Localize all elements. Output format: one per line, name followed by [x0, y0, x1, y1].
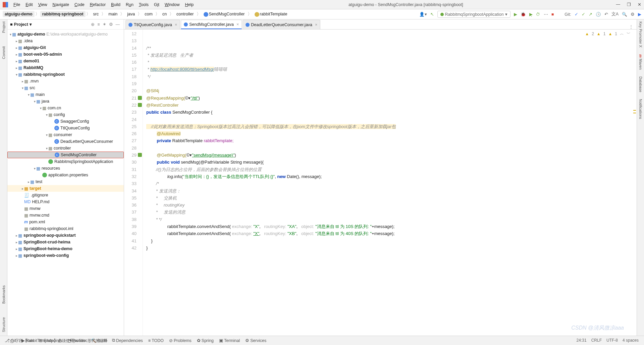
tree-item[interactable]: ▸▦.mvn [7, 78, 124, 84]
tab-sendmsg[interactable]: SendMsgController.java× [181, 20, 242, 29]
tab-project[interactable]: Project [2, 21, 6, 33]
tree-item[interactable]: mpom.xml [7, 219, 124, 225]
code-area[interactable]: 12131415161718 192021 22 232425262728 29… [124, 30, 637, 336]
more-button[interactable]: ▶ [638, 12, 641, 17]
back-icon[interactable]: ↖ [430, 12, 434, 17]
git-commit-button[interactable]: ✓ [582, 12, 585, 17]
git-history-button[interactable]: 🕓 [596, 12, 601, 17]
menu-tools[interactable]: Tools [137, 2, 151, 8]
menu-file[interactable]: File [11, 2, 22, 8]
tree-item[interactable]: application.properties [7, 172, 124, 178]
tab-keypromoter[interactable]: Key Promoter X [639, 21, 643, 48]
menu-window[interactable]: Window [163, 2, 181, 8]
status-position[interactable]: 24:31 [577, 338, 587, 343]
tree-item[interactable]: ▦mvnw [7, 205, 124, 212]
chevron-up-icon[interactable]: ︿ [620, 31, 624, 37]
translate-button[interactable]: 文A [611, 11, 619, 17]
status-eol[interactable]: CRLF [591, 338, 602, 343]
tool-spring[interactable]: ✿ Spring [195, 337, 216, 344]
error-stripe[interactable] [633, 30, 637, 336]
crumb-class[interactable]: SendMsgController [202, 11, 247, 17]
user-icon[interactable]: 👤▾ [419, 12, 427, 17]
gutter-run-icon[interactable] [138, 153, 142, 157]
tree-item[interactable]: ▦rabbitmq-springboot.iml [7, 225, 124, 232]
tree-item[interactable]: RabbitmqSpringbootApplication [7, 158, 124, 165]
inspections-widget[interactable]: ▲2 ▲1 ▲1 ︿ ﹀ [585, 31, 631, 37]
show-options-icon[interactable]: ⚙ [109, 22, 113, 27]
tab-ttlqueue[interactable]: TtlQueueConfig.java× [125, 20, 180, 29]
tree-item[interactable]: ▾▦main [7, 91, 124, 98]
maximize-button[interactable]: ❐ [627, 2, 631, 7]
tree-item[interactable]: ▸▦springboot-aop-quickstart [7, 232, 124, 239]
profile-button[interactable]: ⏱ [536, 12, 540, 17]
tree-item[interactable]: CSwaggerConfig [7, 118, 124, 125]
select-opened-icon[interactable]: ⊕ [91, 22, 95, 27]
crumb[interactable]: java [125, 11, 137, 17]
tree-item[interactable]: ▸▦test [7, 178, 124, 185]
tree-item-selected[interactable]: CSendMsgController [7, 152, 124, 158]
crumb-module[interactable]: rabbitmq-springboot [40, 11, 86, 17]
run-button[interactable]: ▶ [514, 12, 517, 17]
tree-item[interactable]: ▾▦resources [7, 165, 124, 172]
tool-terminal[interactable]: ▣ Terminal [217, 337, 242, 344]
menu-edit[interactable]: Edit [23, 2, 35, 8]
minimize-button[interactable]: — [616, 2, 621, 7]
tree-item[interactable]: 🧾.gitignore [7, 192, 124, 198]
tool-services[interactable]: ⚙ Services [243, 337, 268, 344]
tree-item[interactable]: CTtlQueueConfig [7, 125, 124, 131]
tab-commit[interactable]: Commit [2, 46, 6, 59]
tree-item[interactable]: ▾▦rabbitmq-springboot [7, 71, 124, 78]
gutter[interactable]: 12131415161718 192021 22 232425262728 29… [124, 30, 143, 336]
git-update-button[interactable]: ✓ [575, 12, 578, 17]
stop-button[interactable]: ■ [551, 12, 554, 17]
crumb[interactable]: controller [174, 11, 196, 17]
settings-button[interactable]: ⚙ [631, 12, 635, 17]
crumb-project[interactable]: atguigu-demo [3, 11, 35, 17]
code-text[interactable]: /** * 发送延迟消息 生产者 * * http://localhost:80… [143, 30, 637, 336]
crumb[interactable]: cn [160, 11, 169, 17]
close-icon[interactable]: × [315, 22, 317, 27]
menu-view[interactable]: View [36, 2, 49, 8]
tree-item[interactable]: ▸▦demo01 [7, 58, 124, 64]
tree-root[interactable]: ▾▦atguigu-demo E:\idea-workspace\atguigu… [7, 31, 124, 38]
tree-item[interactable]: ▸▦RabbitMQ [7, 64, 124, 71]
menu-refactor[interactable]: Refactor [88, 2, 108, 8]
tree-item[interactable]: ▸▦SpringBoot-heima-demo [7, 245, 124, 252]
tab-structure[interactable]: Structure [2, 317, 6, 332]
tree-item[interactable]: ▾▦controller [7, 145, 124, 152]
tree-item[interactable]: CDeadLetterQueueConsumer [7, 138, 124, 145]
menu-navigate[interactable]: Navigate [51, 2, 71, 8]
coverage-button[interactable]: ▶̣ [529, 12, 533, 17]
tree-item[interactable]: ▸▦target [7, 185, 124, 192]
tree-item[interactable]: ▸▦SpringBoot-crud-heima [7, 239, 124, 245]
gutter-run-icon[interactable] [138, 103, 142, 107]
expand-icon[interactable]: ≡ [97, 22, 100, 27]
tree-item[interactable]: ▸▦springboot-web-config [7, 252, 124, 259]
tree-item[interactable]: ▾▦com.cn [7, 105, 124, 111]
menu-git[interactable]: Git [152, 2, 161, 8]
chevron-down-icon[interactable]: ﹀ [627, 31, 631, 37]
attach-button[interactable]: ⋯ [544, 12, 548, 17]
gutter-run-icon[interactable] [138, 96, 142, 100]
git-revert-button[interactable]: ↶ [604, 12, 608, 17]
close-button[interactable]: ✕ [638, 2, 641, 7]
tree-item[interactable]: ▦mvnw.cmd [7, 212, 124, 219]
tool-problems[interactable]: ⊘ Problems [167, 337, 194, 344]
close-icon[interactable]: × [236, 22, 239, 27]
tab-bookmarks[interactable]: Bookmarks [2, 285, 6, 304]
hide-icon[interactable]: — [116, 22, 120, 27]
tool-todo[interactable]: ≡ TODO [146, 337, 166, 344]
tree-item[interactable]: ▸▦atguigu-Git [7, 44, 124, 51]
close-icon[interactable]: × [175, 22, 177, 27]
tree-item[interactable]: ▾▦consumer [7, 131, 124, 138]
search-button[interactable]: 🔍 [622, 12, 627, 17]
debug-button[interactable]: 🐞 [521, 12, 526, 17]
tool-dependencies[interactable]: ⧉ Dependencies [110, 337, 145, 344]
tree-item[interactable]: ▸▦.idea [7, 38, 124, 44]
tree-item[interactable]: ▾▦src [7, 84, 124, 91]
git-push-button[interactable]: ↗ [589, 12, 592, 17]
crumb[interactable]: main [106, 11, 119, 17]
tab-notifications[interactable]: Notifications [639, 99, 643, 119]
tab-deadletter[interactable]: DeadLetterQueueConsumer.java× [243, 20, 320, 29]
tab-database[interactable]: Database [639, 76, 643, 92]
